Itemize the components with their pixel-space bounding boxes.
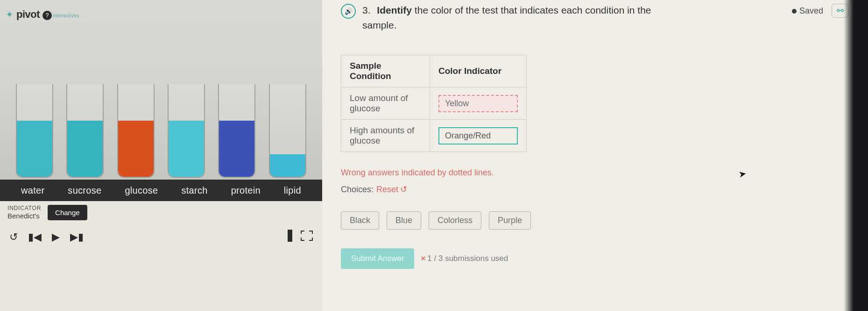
video-frame: water sucrose glucose starch protein lip…	[0, 0, 322, 201]
choices-label: Choices:	[341, 185, 374, 195]
fullscreen-icon[interactable]	[301, 231, 313, 243]
prev-icon[interactable]: ▮◀	[28, 231, 42, 243]
question-text: 3. Identify the color of the test that i…	[362, 3, 661, 32]
question-row: 🔊 3. Identify the color of the test that…	[341, 3, 849, 32]
audio-button[interactable]: 🔊	[341, 4, 356, 19]
tube-glucose	[117, 84, 155, 178]
indicator-row: INDICATOR Benedict's Change	[0, 201, 322, 223]
logo-brand: pivot	[16, 8, 40, 21]
tube-labels-bar: water sucrose glucose starch protein lip…	[0, 180, 322, 201]
wrong-answer-hint: Wrong answers indicated by dotted lines.	[341, 168, 849, 178]
answer-correct[interactable]: Orange/Red	[438, 127, 518, 145]
condition-cell: High amounts of glucose	[341, 120, 430, 152]
submission-count: ×1 / 3 submissions used	[421, 254, 508, 263]
table-row: High amounts of glucose Orange/Red	[341, 120, 527, 152]
simulation-panel: ✦ pivot ? interactives water sucrose glu…	[0, 0, 322, 311]
saved-label: Saved	[792, 6, 823, 16]
question-number: 3.	[362, 5, 371, 15]
indicator-label-block: INDICATOR Benedict's	[7, 205, 41, 220]
tube-protein	[218, 84, 255, 178]
table-header-condition: Sample Condition	[341, 55, 430, 87]
indicator-heading: INDICATOR	[7, 205, 41, 211]
reset-icon: ↺	[400, 184, 407, 195]
submit-row: Submit Answer ×1 / 3 submissions used	[341, 248, 849, 269]
tube-water	[16, 84, 53, 178]
tube-starch	[168, 84, 205, 178]
next-icon[interactable]: ▶▮	[70, 231, 84, 243]
chip-purple[interactable]: Purple	[489, 211, 531, 230]
help-icon[interactable]: ?	[42, 11, 52, 20]
submit-button[interactable]: Submit Answer	[341, 248, 414, 269]
chip-blue[interactable]: Blue	[387, 211, 421, 230]
restart-icon[interactable]: ↺	[9, 231, 18, 243]
chip-colorless[interactable]: Colorless	[429, 211, 481, 230]
reset-button[interactable]: Reset ↺	[376, 184, 407, 195]
logo-subtitle: interactives	[53, 13, 79, 18]
answer-wrong[interactable]: Yellow	[438, 95, 518, 112]
tube-sucrose	[66, 84, 104, 178]
tube-label: sucrose	[68, 185, 101, 196]
table-row: Low amount of glucose Yellow	[341, 87, 527, 120]
condition-table: Sample Condition Color Indicator Low amo…	[341, 55, 527, 152]
indicator-dropzone[interactable]: Yellow	[430, 87, 527, 120]
indicator-name: Benedict's	[7, 212, 41, 220]
tube-label: protein	[231, 185, 261, 196]
tube-label: lipid	[284, 185, 301, 196]
indicator-dropzone[interactable]: Orange/Red	[430, 120, 527, 152]
saved-status: Saved ⚯	[792, 4, 848, 18]
saved-dot-icon	[792, 9, 797, 14]
tube-label: starch	[181, 185, 207, 196]
play-icon[interactable]: ▶	[52, 231, 60, 243]
video-controls: ↺ ▮◀ ▶ ▶▮	[0, 223, 322, 251]
choice-chips: Black Blue Colorless Purple	[341, 211, 849, 230]
condition-cell: Low amount of glucose	[341, 87, 430, 120]
question-panel: Saved ⚯ 🔊 3. Identify the color of the t…	[322, 0, 868, 311]
x-icon: ×	[421, 254, 425, 263]
tube-label: glucose	[125, 185, 158, 196]
logo: ✦ pivot ? interactives	[6, 8, 79, 21]
logo-star-icon: ✦	[6, 9, 14, 20]
change-indicator-button[interactable]: Change	[48, 205, 87, 220]
chip-black[interactable]: Black	[341, 211, 379, 230]
tube-lipid	[269, 84, 306, 178]
question-keyword: Identify	[377, 5, 412, 15]
screen-edge	[844, 0, 868, 311]
choices-row: Choices: Reset ↺	[341, 184, 849, 195]
volume-icon[interactable]	[288, 230, 292, 244]
tube-label: water	[21, 185, 44, 196]
table-header-indicator: Color Indicator	[430, 55, 527, 87]
